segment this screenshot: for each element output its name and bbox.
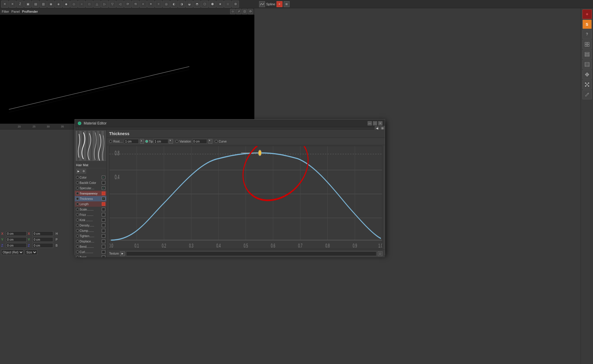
- spline-wave-icon[interactable]: [259, 1, 265, 7]
- toolbar-btn-8[interactable]: ○: [78, 1, 85, 8]
- spline-tool-btn[interactable]: ✕: [277, 1, 282, 7]
- prop-scale[interactable]: Scale........: [75, 207, 106, 212]
- prop-frizz[interactable]: Frizz ........: [75, 212, 106, 217]
- coord-size-select[interactable]: Size: [25, 250, 37, 255]
- coord-z-val1[interactable]: [6, 243, 27, 248]
- me-maximize-btn[interactable]: □: [373, 121, 377, 125]
- prop-color-check[interactable]: ✓: [102, 176, 105, 179]
- curve-graph[interactable]: 0.8 0.4 0.0 0.1 0.2 0.3 0.4 0.5 0.6 0.7 …: [109, 146, 382, 249]
- toolbar-btn-21[interactable]: ◑: [178, 1, 185, 8]
- viewport-prorender[interactable]: ProRender: [22, 10, 38, 13]
- prop-curl[interactable]: Curl..........: [75, 249, 106, 255]
- toolbar-btn-13[interactable]: ◁: [117, 1, 124, 8]
- viewport-nav-btn3[interactable]: ⊡: [242, 9, 247, 14]
- prop-thickness-check[interactable]: ✓: [102, 197, 105, 200]
- toolbar-btn-27[interactable]: ☆: [224, 1, 231, 8]
- coord-obj-select[interactable]: Object (Rel): [1, 250, 24, 255]
- coord-x-val2[interactable]: [33, 231, 53, 236]
- me-drag-handle[interactable]: ⋮⋮⋮ ◀ ⊞: [75, 127, 385, 130]
- prop-backlit-check[interactable]: [102, 181, 105, 185]
- param-root-up[interactable]: ▲: [140, 139, 144, 144]
- viewport-nav-btn2[interactable]: ↗: [236, 9, 241, 14]
- prop-twist-check[interactable]: [102, 255, 105, 257]
- me-close-btn[interactable]: ✕: [378, 121, 382, 125]
- sidebar-grid1-btn[interactable]: [582, 40, 592, 49]
- prop-density-check[interactable]: [102, 224, 105, 227]
- toolbar-btn-2[interactable]: ▤: [32, 1, 39, 8]
- sidebar-scale-btn[interactable]: [582, 80, 592, 89]
- prop-clump[interactable]: Clump.......: [75, 228, 106, 233]
- prop-scale-check[interactable]: [102, 208, 105, 211]
- me-mat-add-btn[interactable]: ▶: [76, 169, 81, 174]
- toolbar-btn-19[interactable]: ◎: [163, 1, 170, 8]
- toolbar-btn-18[interactable]: ✧: [155, 1, 162, 8]
- param-tip-radio[interactable]: [145, 140, 148, 143]
- toolbar-btn-6[interactable]: ◆: [63, 1, 70, 8]
- toolbar-btn-z[interactable]: Z: [17, 1, 24, 8]
- texture-play-btn[interactable]: ▶: [120, 251, 125, 256]
- viewport-filter[interactable]: Filter: [2, 10, 9, 13]
- prop-displace-check[interactable]: [102, 240, 105, 243]
- param-root-input[interactable]: [124, 139, 139, 144]
- prop-kink-check[interactable]: [102, 218, 105, 222]
- toolbar-btn-7[interactable]: ◇: [70, 1, 77, 8]
- prop-backlit[interactable]: Backlit Color: [75, 180, 106, 185]
- toolbar-btn-26[interactable]: ★: [216, 1, 224, 8]
- prop-length[interactable]: Length: [75, 201, 106, 207]
- param-variation-down[interactable]: ▼: [208, 139, 212, 144]
- sidebar-grid2-btn[interactable]: [582, 50, 592, 59]
- me-mat-options-btn[interactable]: ⚙: [81, 169, 86, 174]
- sidebar-paint-btn[interactable]: [582, 90, 592, 99]
- prop-clump-check[interactable]: [102, 229, 105, 232]
- prop-thickness[interactable]: Thickness ✓: [75, 196, 106, 201]
- prop-curl-check[interactable]: [102, 250, 105, 254]
- param-tip-input[interactable]: [153, 139, 168, 144]
- coord-y-val2[interactable]: [33, 237, 53, 242]
- toolbar-btn-24[interactable]: ⬡: [201, 1, 208, 8]
- prop-displace[interactable]: Displace....: [75, 239, 106, 244]
- coord-z-val2[interactable]: [33, 243, 53, 248]
- coord-y-val1[interactable]: [6, 237, 27, 242]
- toolbar-btn-16[interactable]: ⌖: [140, 1, 147, 8]
- coord-x-val1[interactable]: [6, 231, 27, 236]
- sidebar-move-btn[interactable]: [582, 70, 592, 79]
- viewport-panel[interactable]: Panel: [11, 10, 20, 13]
- toolbar-btn-5[interactable]: ◈: [55, 1, 62, 8]
- toolbar-btn-28[interactable]: ⚙: [232, 1, 239, 8]
- texture-end-btn[interactable]: □: [378, 251, 382, 256]
- me-minimize-btn[interactable]: —: [368, 121, 372, 125]
- param-tip-down[interactable]: ▼: [169, 139, 173, 144]
- prop-specular[interactable]: Specular.... ✓: [75, 185, 106, 191]
- sidebar-s-btn[interactable]: S: [582, 20, 592, 29]
- spline-extra-btn[interactable]: ⊞: [284, 1, 290, 7]
- toolbar-btn-11[interactable]: ▷: [101, 1, 108, 8]
- toolbar-btn-15[interactable]: ⟲: [132, 1, 139, 8]
- toolbar-btn-20[interactable]: ◐: [170, 1, 177, 8]
- prop-transparency-check[interactable]: [102, 192, 105, 195]
- prop-twist[interactable]: Twist........: [75, 255, 106, 257]
- toolbar-btn-1[interactable]: ▣: [24, 1, 31, 8]
- toolbar-btn-9[interactable]: □: [86, 1, 93, 8]
- toolbar-btn-10[interactable]: △: [93, 1, 101, 8]
- toolbar-btn-14[interactable]: ⟳: [124, 1, 131, 8]
- toolbar-btn-22[interactable]: ◒: [186, 1, 193, 8]
- me-titlebar[interactable]: Material Editor — □ ✕: [75, 119, 385, 127]
- toolbar-btn-23[interactable]: ◓: [193, 1, 201, 8]
- viewport-nav-btn1[interactable]: ⊹: [230, 9, 235, 14]
- prop-specular-check[interactable]: ✓: [102, 186, 105, 190]
- prop-tighten[interactable]: Tighten......: [75, 233, 106, 239]
- viewport-nav-btn4[interactable]: ⟳: [248, 9, 253, 14]
- prop-bend-check[interactable]: [102, 245, 105, 248]
- sidebar-red-btn[interactable]: [582, 9, 592, 19]
- toolbar-btn-25[interactable]: ⬢: [209, 1, 216, 8]
- prop-bend[interactable]: Bend.........: [75, 244, 106, 249]
- param-variation-input[interactable]: [192, 139, 207, 144]
- prop-kink[interactable]: Kink ........: [75, 217, 106, 223]
- prop-density[interactable]: Density......: [75, 223, 106, 228]
- prop-length-check[interactable]: [102, 202, 105, 206]
- toolbar-btn-17[interactable]: ✦: [147, 1, 154, 8]
- toolbar-btn-12[interactable]: ▽: [109, 1, 116, 8]
- sidebar-help-btn[interactable]: ?: [582, 30, 592, 39]
- prop-color[interactable]: Color ✓: [75, 175, 106, 180]
- toolbar-btn-4[interactable]: ◉: [47, 1, 54, 8]
